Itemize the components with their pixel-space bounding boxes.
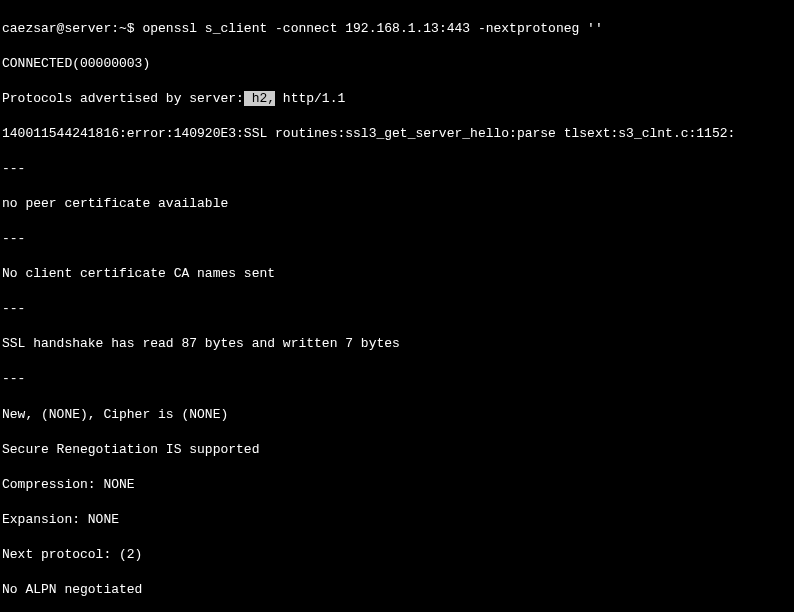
prompt-path: :~$ bbox=[111, 21, 142, 36]
output-error: 140011544241816:error:140920E3:SSL routi… bbox=[2, 125, 792, 143]
output-sep1: --- bbox=[2, 160, 792, 178]
output-sep2: --- bbox=[2, 230, 792, 248]
output-sep3: --- bbox=[2, 300, 792, 318]
output-no-client: No client certificate CA names sent bbox=[2, 265, 792, 283]
output-connected: CONNECTED(00000003) bbox=[2, 55, 792, 73]
protocols-prefix: Protocols advertised by server: bbox=[2, 91, 244, 106]
protocols-suffix: http/1.1 bbox=[275, 91, 345, 106]
output-new-cipher: New, (NONE), Cipher is (NONE) bbox=[2, 406, 792, 424]
command-text: openssl s_client -connect 192.168.1.13:4… bbox=[142, 21, 602, 36]
output-sep4: --- bbox=[2, 370, 792, 388]
output-no-peer: no peer certificate available bbox=[2, 195, 792, 213]
output-no-alpn: No ALPN negotiated bbox=[2, 581, 792, 599]
output-secure-reneg: Secure Renegotiation IS supported bbox=[2, 441, 792, 459]
output-handshake: SSL handshake has read 87 bytes and writ… bbox=[2, 335, 792, 353]
output-expansion: Expansion: NONE bbox=[2, 511, 792, 529]
output-next-proto: Next protocol: (2) bbox=[2, 546, 792, 564]
output-protocols: Protocols advertised by server: h2, http… bbox=[2, 90, 792, 108]
prompt-user: caezsar@server bbox=[2, 21, 111, 36]
prompt-line-1: caezsar@server:~$ openssl s_client -conn… bbox=[2, 20, 792, 38]
output-compression: Compression: NONE bbox=[2, 476, 792, 494]
protocols-highlight: h2, bbox=[244, 91, 275, 106]
terminal-output[interactable]: caezsar@server:~$ openssl s_client -conn… bbox=[2, 2, 792, 612]
